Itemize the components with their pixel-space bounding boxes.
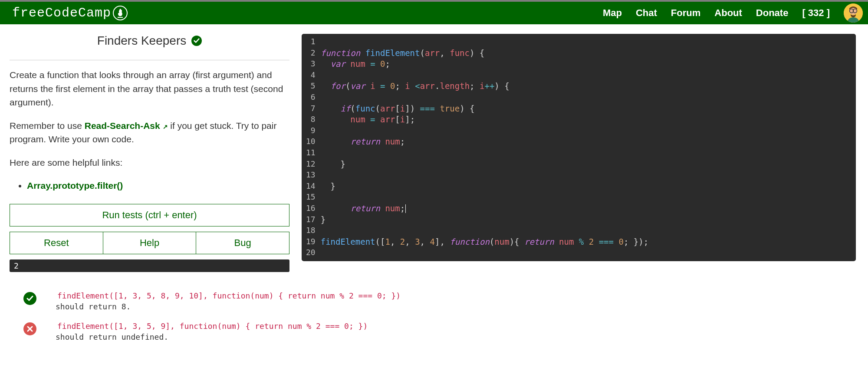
helpful-link[interactable]: Array.prototype.filter() xyxy=(27,180,123,190)
nav-links: Map Chat Forum About Donate [ 332 ] xyxy=(603,3,863,23)
brownie-points[interactable]: [ 332 ] xyxy=(802,7,830,19)
divider xyxy=(10,60,289,60)
rsa-text: Read-Search-Ask xyxy=(85,121,160,131)
nav-forum[interactable]: Forum xyxy=(671,7,700,19)
test-expect: should return undefined. xyxy=(56,332,168,341)
fire-icon xyxy=(113,6,128,20)
nav-map[interactable]: Map xyxy=(603,7,622,19)
brand-logo[interactable]: freeCodeCamp xyxy=(12,6,128,20)
test-pass-icon xyxy=(23,292,36,305)
test-results: findElement([1, 3, 5, 8, 9, 10], functio… xyxy=(10,290,289,343)
list-item: Array.prototype.filter() xyxy=(27,179,289,193)
nav-chat[interactable]: Chat xyxy=(636,7,657,19)
brand-text: freeCodeCamp xyxy=(12,6,111,20)
challenge-panel: Finders Keepers Create a function that l… xyxy=(0,24,302,351)
nav-donate[interactable]: Donate xyxy=(756,7,789,19)
challenge-title: Finders Keepers xyxy=(97,34,186,48)
line-gutter: 1234567891011121314151617181920 xyxy=(302,34,319,261)
avatar-icon xyxy=(844,3,863,23)
console-output: 2 xyxy=(10,259,289,272)
test-row: findElement([1, 3, 5, 9], function(num) … xyxy=(23,321,289,342)
nav-about[interactable]: About xyxy=(714,7,742,19)
challenge-description: Create a function that looks through an … xyxy=(10,68,289,193)
helpful-links-list: Array.prototype.filter() xyxy=(10,179,289,193)
avatar[interactable] xyxy=(844,3,863,23)
test-row: findElement([1, 3, 5, 8, 9, 10], functio… xyxy=(23,290,289,312)
description-p1: Create a function that looks through an … xyxy=(10,68,289,109)
challenge-title-row: Finders Keepers xyxy=(10,34,289,48)
description-p2: Remember to use Read-Search-Ask ↗ if you… xyxy=(10,119,289,146)
editor-panel: 1234567891011121314151617181920 function… xyxy=(302,24,868,351)
run-tests-button[interactable]: Run tests (ctrl + enter) xyxy=(10,204,289,226)
desc-p2-pre: Remember to use xyxy=(10,121,85,131)
code-editor[interactable]: 1234567891011121314151617181920 function… xyxy=(302,34,856,261)
bug-button[interactable]: Bug xyxy=(196,232,289,254)
test-expect: should return 8. xyxy=(56,302,131,311)
test-fail-icon xyxy=(23,322,36,335)
read-search-ask-link[interactable]: Read-Search-Ask ↗ xyxy=(85,121,168,131)
external-link-icon: ↗ xyxy=(163,123,168,130)
help-button[interactable]: Help xyxy=(103,232,197,254)
code-area[interactable]: function findElement(arr, func) { var nu… xyxy=(319,34,654,261)
completed-check-icon xyxy=(191,36,202,46)
helpful-links-label: Here are some helpful links: xyxy=(10,156,289,170)
reset-button[interactable]: Reset xyxy=(10,232,103,254)
action-buttons: Run tests (ctrl + enter) Reset Help Bug xyxy=(10,204,289,254)
top-navbar: freeCodeCamp Map Chat Forum About Donate… xyxy=(0,0,868,24)
